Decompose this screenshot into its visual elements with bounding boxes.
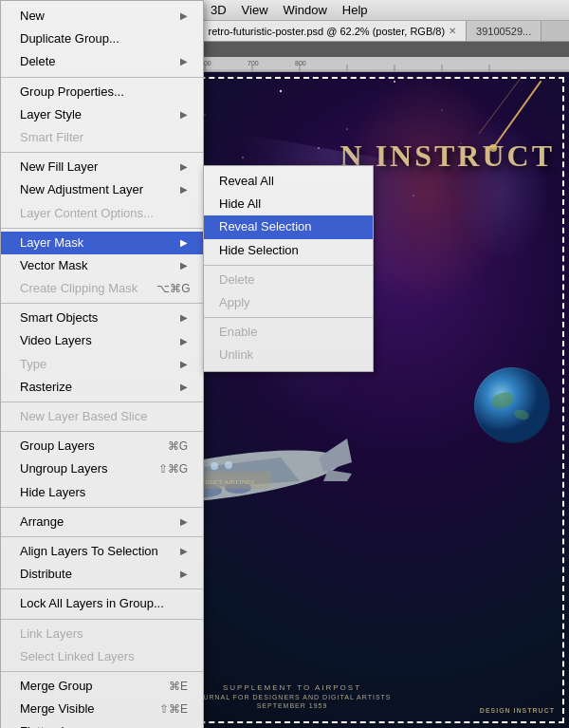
menu-item-group-props-label: Group Properties...	[20, 84, 124, 101]
svg-line-45	[479, 77, 522, 134]
menu-item-merge-visible-shortcut: ⇧⌘E	[159, 701, 188, 718]
submenu-item-reveal-all[interactable]: Reveal All	[204, 170, 373, 193]
menu-item-new-adjustment[interactable]: New Adjustment Layer ▶	[1, 178, 203, 201]
submenu-item-reveal-all-label: Reveal All	[219, 173, 274, 190]
menu-item-flatten-label: Flatten Image	[20, 723, 96, 728]
menu-item-type-arrow: ▶	[180, 358, 188, 371]
layer-menu-dropdown: New ▶ Duplicate Group... Delete ▶ Group …	[0, 0, 204, 728]
menu-item-new-fill-label: New Fill Layer	[20, 159, 98, 176]
menu-item-layer-mask-arrow: ▶	[180, 236, 188, 250]
svg-point-46	[475, 368, 549, 442]
menu-item-type-label: Type	[20, 356, 46, 373]
menu-item-select-linked: Select Linked Layers	[1, 645, 203, 668]
menu-item-duplicate-label: Duplicate Group...	[20, 30, 119, 47]
menu-item-rasterize[interactable]: Rasterize ▶	[1, 376, 203, 399]
menu-item-layer-style[interactable]: Layer Style ▶	[1, 103, 203, 126]
divider-9	[1, 588, 203, 589]
svg-marker-56	[319, 439, 352, 472]
menu-item-ungroup-layers-label: Ungroup Layers	[20, 460, 108, 477]
menu-item-delete-arrow: ▶	[180, 55, 188, 68]
menu-item-vector-mask[interactable]: Vector Mask ▶	[1, 254, 203, 277]
menu-item-vector-mask-arrow: ▶	[180, 259, 188, 272]
menu-item-merge-group-label: Merge Group	[20, 678, 93, 695]
menu-item-align-layers[interactable]: Align Layers To Selection ▶	[1, 540, 203, 563]
menu-item-arrange[interactable]: Arrange ▶	[1, 511, 203, 533]
menu-item-new-fill-arrow: ▶	[180, 160, 188, 174]
menu-item-rasterize-label: Rasterize	[20, 379, 72, 396]
menu-item-new[interactable]: New ▶	[1, 5, 203, 28]
menu-item-clipping-mask-shortcut: ⌥⌘G	[156, 281, 190, 297]
svg-marker-57	[323, 470, 352, 481]
svg-point-31	[280, 90, 282, 92]
divider-7	[1, 507, 203, 508]
menu-item-video-layers[interactable]: Video Layers ▶	[1, 329, 203, 352]
menu-item-align-layers-label: Align Layers To Selection	[20, 543, 158, 560]
svg-point-64	[211, 462, 218, 470]
menu-item-merge-group-shortcut: ⌘E	[169, 679, 188, 695]
menu-item-smart-objects[interactable]: Smart Objects ▶	[1, 307, 203, 329]
tab-391[interactable]: 39100529...	[467, 21, 541, 41]
menu-3d[interactable]: 3D	[203, 1, 234, 19]
menu-item-layer-mask[interactable]: Layer Mask ▶	[1, 232, 203, 254]
poster-line2: JOURNAL FOR DESIGNERS AND DIGITAL ARTIST…	[193, 694, 391, 700]
menu-item-ungroup-layers-shortcut: ⇧⌘G	[158, 461, 188, 477]
menu-item-new-adjustment-label: New Adjustment Layer	[20, 181, 143, 198]
menu-item-new-label: New	[20, 8, 45, 25]
divider-2	[1, 152, 203, 153]
menu-item-group-layers[interactable]: Group Layers ⌘G	[1, 435, 203, 457]
menu-item-ungroup-layers[interactable]: Ungroup Layers ⇧⌘G	[1, 457, 203, 480]
svg-text:800: 800	[295, 60, 306, 66]
menu-item-hide-layers-label: Hide Layers	[20, 484, 85, 501]
menu-item-type: Type ▶	[1, 353, 203, 376]
submenu-item-enable-label: Enable	[219, 324, 257, 341]
menu-item-clipping-mask-label: Create Clipping Mask	[20, 280, 138, 297]
divider-8	[1, 536, 203, 537]
menu-item-layer-mask-label: Layer Mask	[20, 234, 83, 252]
menu-item-smart-objects-arrow: ▶	[180, 311, 188, 325]
menu-window[interactable]: Window	[276, 1, 335, 19]
submenu-item-hide-selection[interactable]: Hide Selection	[204, 239, 373, 262]
menu-item-distribute-label: Distribute	[20, 566, 72, 583]
menu-help[interactable]: Help	[335, 1, 376, 19]
menu-item-align-layers-arrow: ▶	[180, 545, 188, 558]
menu-item-delete[interactable]: Delete ▶	[1, 50, 203, 73]
submenu-item-unlink: Unlink	[204, 344, 373, 366]
menu-item-distribute-arrow: ▶	[180, 568, 188, 581]
menu-item-merge-visible[interactable]: Merge Visible ⇧⌘E	[1, 698, 203, 720]
menu-item-new-adjustment-arrow: ▶	[180, 183, 188, 196]
divider-1	[1, 77, 203, 78]
menu-view[interactable]: View	[234, 1, 276, 19]
menu-item-distribute[interactable]: Distribute ▶	[1, 563, 203, 586]
menu-item-arrange-label: Arrange	[20, 513, 64, 531]
divider-11	[1, 671, 203, 672]
menu-item-content-options: Layer Content Options...	[1, 202, 203, 225]
menu-item-merge-group[interactable]: Merge Group ⌘E	[1, 675, 203, 698]
menu-item-rasterize-arrow: ▶	[180, 381, 188, 394]
menu-item-flatten[interactable]: Flatten Image	[1, 720, 203, 728]
menu-item-smart-filter: Smart Filter	[1, 126, 203, 149]
submenu-item-unlink-label: Unlink	[219, 346, 253, 364]
menu-item-vector-mask-label: Vector Mask	[20, 257, 88, 274]
menu-item-select-linked-label: Select Linked Layers	[20, 648, 135, 665]
submenu-item-apply: Apply	[204, 291, 373, 314]
layer-mask-submenu: Reveal All Hide All Reveal Selection Hid…	[203, 165, 374, 372]
menu-item-content-options-label: Layer Content Options...	[20, 205, 154, 222]
menu-item-group-props[interactable]: Group Properties...	[1, 81, 203, 103]
menu-item-layer-style-arrow: ▶	[180, 108, 188, 121]
submenu-item-delete: Delete	[204, 269, 373, 291]
menu-item-hide-layers[interactable]: Hide Layers	[1, 481, 203, 504]
tab-391-label: 39100529...	[476, 26, 531, 37]
menu-item-clipping-mask: Create Clipping Mask ⌥⌘G	[1, 277, 203, 300]
svg-point-30	[204, 114, 205, 115]
tab-poster[interactable]: retro-futuristic-poster.psd @ 62.2% (pos…	[198, 21, 467, 41]
tab-poster-close[interactable]: ✕	[449, 26, 456, 36]
menu-item-duplicate[interactable]: Duplicate Group...	[1, 28, 203, 50]
menu-item-video-layers-label: Video Layers	[20, 332, 92, 349]
divider-6	[1, 431, 203, 432]
submenu-item-hide-all[interactable]: Hide All	[204, 193, 373, 215]
menu-item-lock-all[interactable]: Lock All Layers in Group...	[1, 592, 203, 615]
menu-item-new-fill[interactable]: New Fill Layer ▶	[1, 156, 203, 178]
submenu-item-reveal-selection[interactable]: Reveal Selection	[204, 215, 373, 238]
design-instruct-badge: DESIGN INSTRUCT	[480, 707, 555, 714]
divider-3	[1, 228, 203, 229]
